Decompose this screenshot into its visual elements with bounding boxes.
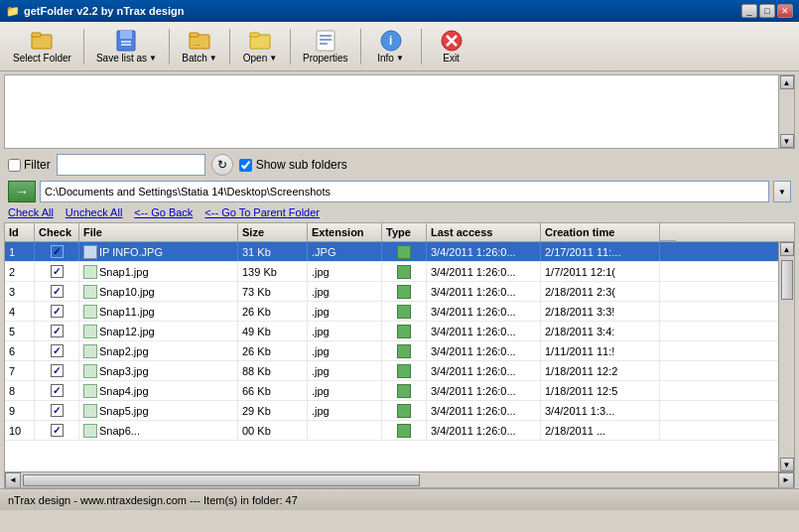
cell-file: Snap5.jpg	[79, 401, 238, 420]
type-icon	[397, 424, 411, 438]
cell-creation: 2/18/2011 3:3!	[541, 302, 660, 321]
refresh-button[interactable]: ↻	[211, 154, 233, 176]
exit-button[interactable]: Exit	[427, 25, 476, 67]
cell-size: 29 Kb	[238, 401, 308, 420]
table-hscroll[interactable]: ◄ ►	[5, 471, 794, 487]
cell-size: 26 Kb	[238, 341, 308, 360]
cell-file: Snap2.jpg	[79, 341, 238, 360]
checkbox-10[interactable]	[51, 424, 64, 437]
table-body[interactable]: 1 IP INFO.JPG 31 Kb .JPG 3/4/2011 1:26:0…	[5, 242, 778, 471]
close-button[interactable]: ✕	[777, 4, 793, 18]
show-sub-folders-label: Show sub folders	[256, 158, 347, 172]
table-row[interactable]: 10 Snap6... 00 Kb 3/4/2011 1:26:0... 2/1…	[5, 421, 778, 441]
info-button[interactable]: i Info▼	[366, 25, 416, 67]
hscroll-thumb[interactable]	[23, 474, 420, 486]
properties-button[interactable]: Properties	[296, 25, 355, 67]
check-all-link[interactable]: Check All	[8, 206, 54, 218]
cell-file: Snap6...	[79, 421, 238, 440]
cell-id: 10	[5, 421, 35, 440]
cell-ext: .jpg	[308, 381, 382, 400]
scroll-up-arrow[interactable]: ▲	[780, 75, 794, 89]
maximize-button[interactable]: □	[759, 4, 775, 18]
go-button[interactable]: →	[8, 181, 36, 202]
file-type-icon	[83, 384, 97, 398]
col-last-access[interactable]: Last access	[427, 223, 541, 241]
table-row[interactable]: 1 IP INFO.JPG 31 Kb .JPG 3/4/2011 1:26:0…	[5, 242, 778, 262]
minimize-button[interactable]: _	[741, 4, 757, 18]
cell-check[interactable]	[35, 242, 79, 261]
checkbox-7[interactable]	[51, 364, 64, 377]
path-input[interactable]	[40, 181, 769, 202]
go-back-link[interactable]: <-- Go Back	[134, 206, 193, 218]
checkbox-5[interactable]	[51, 325, 64, 337]
cell-id: 2	[5, 262, 35, 281]
checkbox-6[interactable]	[51, 344, 64, 357]
table-row[interactable]: 7 Snap3.jpg 88 Kb .jpg 3/4/2011 1:26:0..…	[5, 361, 778, 381]
cell-check[interactable]	[35, 322, 79, 340]
toolbar-sep-4	[290, 29, 291, 65]
cell-check[interactable]	[35, 282, 79, 301]
col-creation-time[interactable]: Creation time	[541, 223, 660, 241]
col-extension[interactable]: Extension	[308, 223, 382, 241]
cell-check[interactable]	[35, 421, 79, 440]
title-bar-controls: _ □ ✕	[741, 4, 793, 18]
properties-icon	[314, 29, 337, 53]
cell-creation: 1/7/2011 12:1(	[541, 262, 660, 281]
checkbox-8[interactable]	[51, 384, 64, 397]
checkbox-1[interactable]	[51, 245, 64, 258]
cell-type	[382, 322, 427, 340]
preview-area: ▲ ▼	[4, 74, 795, 149]
file-type-icon	[83, 245, 97, 259]
uncheck-all-link[interactable]: Uncheck All	[66, 206, 122, 218]
show-sub-folders-group: Show sub folders	[239, 158, 347, 172]
show-sub-folders-checkbox[interactable]	[239, 159, 252, 172]
preview-scrollbar[interactable]: ▲ ▼	[778, 75, 794, 148]
go-to-parent-link[interactable]: <-- Go To Parent Folder	[204, 206, 320, 218]
toolbar-sep-2	[169, 29, 170, 65]
type-icon	[397, 325, 411, 338]
scroll-down-arrow[interactable]: ▼	[780, 134, 794, 148]
cell-check[interactable]	[35, 381, 79, 400]
open-button[interactable]: Open▼	[235, 25, 285, 67]
cell-check[interactable]	[35, 302, 79, 321]
save-list-button[interactable]: Save list as▼	[89, 25, 164, 67]
table-row[interactable]: 5 Snap12.jpg 49 Kb .jpg 3/4/2011 1:26:0.…	[5, 322, 778, 341]
table-row[interactable]: 2 Snap1.jpg 139 Kb .jpg 3/4/2011 1:26:0.…	[5, 262, 778, 282]
col-size[interactable]: Size	[238, 223, 308, 241]
hscroll-right[interactable]: ►	[778, 472, 794, 488]
cell-check[interactable]	[35, 401, 79, 420]
svg-rect-3	[120, 31, 132, 39]
table-scroll-down[interactable]: ▼	[780, 458, 794, 471]
col-id[interactable]: Id	[5, 223, 35, 241]
filter-checkbox[interactable]	[8, 159, 21, 172]
table-row[interactable]: 3 Snap10.jpg 73 Kb .jpg 3/4/2011 1:26:0.…	[5, 282, 778, 302]
select-folder-button[interactable]: Select Folder	[6, 25, 78, 67]
cell-check[interactable]	[35, 341, 79, 360]
path-dropdown-button[interactable]: ▼	[773, 181, 791, 202]
nav-row: Check All Uncheck All <-- Go Back <-- Go…	[0, 204, 799, 222]
filter-input[interactable]	[57, 154, 205, 176]
hscroll-left[interactable]: ◄	[5, 472, 21, 488]
table-row[interactable]: 8 Snap4.jpg 66 Kb .jpg 3/4/2011 1:26:0..…	[5, 381, 778, 401]
cell-id: 6	[5, 341, 35, 360]
table-scroll-up[interactable]: ▲	[780, 242, 794, 256]
col-check[interactable]: Check	[35, 223, 79, 241]
cell-type	[382, 242, 427, 261]
table-row[interactable]: 9 Snap5.jpg 29 Kb .jpg 3/4/2011 1:26:0..…	[5, 401, 778, 421]
checkbox-3[interactable]	[51, 285, 64, 298]
cell-check[interactable]	[35, 361, 79, 380]
batch-button[interactable]: ... Batch▼	[175, 25, 224, 67]
col-file[interactable]: File	[79, 223, 238, 241]
cell-size: 00 Kb	[238, 421, 308, 440]
table-row[interactable]: 6 Snap2.jpg 26 Kb .jpg 3/4/2011 1:26:0..…	[5, 341, 778, 361]
batch-icon: ...	[188, 29, 211, 53]
cell-ext: .jpg	[308, 302, 382, 321]
table-scroll-thumb[interactable]	[781, 260, 793, 300]
table-scrollbar[interactable]: ▲ ▼	[778, 242, 794, 471]
cell-check[interactable]	[35, 262, 79, 281]
table-row[interactable]: 4 Snap11.jpg 26 Kb .jpg 3/4/2011 1:26:0.…	[5, 302, 778, 322]
checkbox-2[interactable]	[51, 265, 64, 278]
checkbox-4[interactable]	[51, 305, 64, 318]
checkbox-9[interactable]	[51, 404, 64, 417]
col-type[interactable]: Type	[382, 223, 427, 241]
